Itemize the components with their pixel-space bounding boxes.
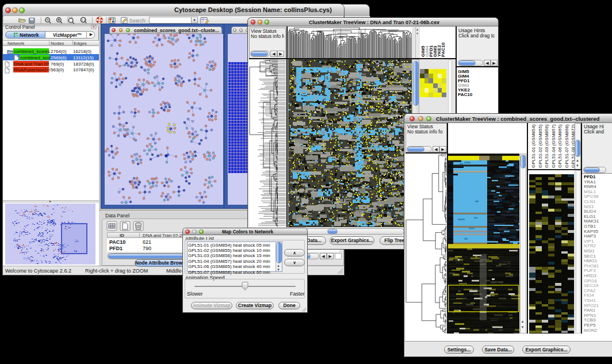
- svg-text:1:1: 1:1: [82, 19, 86, 22]
